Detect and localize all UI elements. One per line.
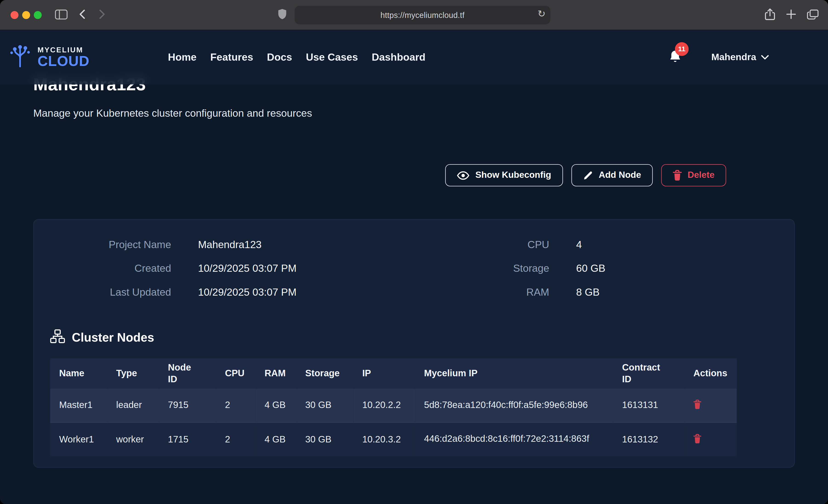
detail-label: Created (50, 262, 171, 275)
chevron-down-icon (761, 53, 769, 61)
nav-item-features[interactable]: Features (210, 51, 253, 64)
sitemap-icon (50, 329, 65, 345)
cell-node-id: 7915 (159, 388, 216, 422)
col-header-actions: Actions (685, 359, 737, 388)
plus-icon (786, 13, 796, 20)
col-header-storage: Storage (296, 359, 353, 388)
table-row: Worker1 worker 1715 2 4 GB 30 GB 10.20.3… (50, 422, 737, 456)
minimize-window-button[interactable] (22, 11, 30, 19)
url-text: https://myceliumcloud.tf (380, 10, 465, 19)
new-tab-button[interactable] (786, 9, 796, 20)
cluster-details-card: Project Name Mahendra123 Created 10/29/2… (33, 219, 795, 468)
detail-value: 4 (576, 239, 582, 251)
mycelium-logo-icon (7, 44, 33, 70)
tab-overview-button[interactable] (807, 9, 819, 21)
cell-storage: 30 GB (296, 388, 353, 422)
detail-row-created: Created 10/29/2025 03:07 PM (50, 257, 414, 280)
delete-label: Delete (688, 170, 714, 180)
detail-value: 8 GB (576, 286, 599, 298)
detail-label: Last Updated (50, 286, 171, 298)
table-header-row: Name Type Node ID CPU RAM Storage IP Myc… (50, 359, 737, 388)
back-icon (79, 9, 85, 20)
detail-value: 10/29/2025 03:07 PM (198, 262, 297, 275)
forward-icon (99, 9, 105, 20)
cell-contract-id: 1613132 (613, 422, 685, 456)
logo-text-top: MYCELIUM (37, 46, 89, 53)
col-header-contract-id: Contract ID (613, 359, 685, 388)
nav-right: 11 Mahendra (668, 30, 769, 85)
logo[interactable]: MYCELIUM CLOUD (7, 44, 89, 70)
cell-mycelium-ip: 446:d2a6:8bcd:8c16:ff0f:72e2:3114:863f (415, 422, 613, 456)
sidebar-toggle-button[interactable] (55, 0, 68, 30)
cell-cpu: 2 (216, 388, 255, 422)
share-icon (765, 14, 775, 22)
table-row: Master1 leader 7915 2 4 GB 30 GB 10.20.2… (50, 388, 737, 422)
cell-mycelium-ip: 5d8:78ea:a120:f40c:ff0f:a5fe:99e6:8b96 (415, 388, 613, 422)
share-button[interactable] (765, 8, 775, 22)
trash-icon (693, 400, 701, 411)
col-header-cpu: CPU (216, 359, 255, 388)
detail-row-last-updated: Last Updated 10/29/2025 03:07 PM (50, 280, 414, 304)
detail-row-storage: Storage 60 GB (414, 257, 778, 280)
tabs-icon (807, 13, 819, 21)
page-subtitle: Manage your Kubernetes cluster configura… (33, 107, 795, 119)
main-content: Mahendra123 Manage your Kubernetes clust… (0, 30, 828, 468)
cell-ip: 10.20.3.2 (353, 422, 415, 456)
cluster-nodes-table: Name Type Node ID CPU RAM Storage IP Myc… (50, 359, 737, 456)
cell-name: Master1 (50, 388, 107, 422)
notification-badge: 11 (675, 42, 689, 56)
user-menu[interactable]: Mahendra (711, 52, 769, 63)
notifications-button[interactable]: 11 (668, 49, 681, 65)
detail-row-project-name: Project Name Mahendra123 (50, 233, 414, 256)
cell-type: worker (107, 422, 159, 456)
privacy-shield-icon[interactable] (278, 8, 287, 22)
cell-name: Worker1 (50, 422, 107, 456)
browser-window: https://myceliumcloud.tf ↻ (0, 0, 828, 504)
add-node-button[interactable]: Add Node (571, 164, 653, 186)
trash-icon (693, 434, 701, 445)
col-header-ram: RAM (255, 359, 296, 388)
cell-cpu: 2 (216, 422, 255, 456)
nav-item-use-cases[interactable]: Use Cases (306, 51, 358, 64)
top-navbar: MYCELIUM CLOUD Home Features Docs Use Ca… (0, 30, 828, 85)
logo-text-bottom: CLOUD (37, 54, 89, 69)
detail-row-cpu: CPU 4 (414, 233, 778, 256)
detail-value: 10/29/2025 03:07 PM (198, 286, 297, 298)
eye-icon (457, 171, 469, 180)
address-bar[interactable]: https://myceliumcloud.tf ↻ (295, 6, 550, 24)
zoom-window-button[interactable] (34, 11, 42, 19)
cell-actions (685, 388, 737, 422)
col-header-name: Name (50, 359, 107, 388)
back-button[interactable] (79, 0, 85, 30)
show-kubeconfig-button[interactable]: Show Kubeconfig (445, 164, 563, 186)
cell-type: leader (107, 388, 159, 422)
nav-item-home[interactable]: Home (168, 51, 197, 64)
nav-item-dashboard[interactable]: Dashboard (372, 51, 425, 64)
col-header-mycelium-ip: Mycelium IP (415, 359, 613, 388)
reload-button[interactable]: ↻ (538, 8, 546, 19)
cell-actions (685, 422, 737, 456)
col-header-node-id: Node ID (159, 359, 216, 388)
detail-value: Mahendra123 (198, 239, 262, 251)
detail-value: 60 GB (576, 262, 605, 275)
detail-label: RAM (414, 286, 549, 298)
cell-storage: 30 GB (296, 422, 353, 456)
nav-links: Home Features Docs Use Cases Dashboard (168, 30, 426, 85)
detail-label: CPU (414, 239, 549, 251)
forward-button[interactable] (99, 0, 105, 30)
user-name: Mahendra (711, 52, 756, 63)
browser-toolbar: https://myceliumcloud.tf ↻ (0, 0, 828, 30)
cell-ram: 4 GB (255, 422, 296, 456)
page: Mahendra123 Manage your Kubernetes clust… (0, 30, 828, 504)
delete-cluster-button[interactable]: Delete (661, 164, 726, 186)
delete-node-button[interactable] (693, 434, 701, 445)
cluster-details: Project Name Mahendra123 Created 10/29/2… (50, 233, 778, 304)
col-header-type: Type (107, 359, 159, 388)
add-node-label: Add Node (598, 170, 641, 180)
close-window-button[interactable] (10, 11, 18, 19)
nav-item-docs[interactable]: Docs (267, 51, 292, 64)
cluster-actions: Show Kubeconfig Add Node Delete (33, 164, 795, 186)
traffic-lights (10, 11, 42, 19)
cluster-nodes-heading: Cluster Nodes (50, 329, 778, 345)
delete-node-button[interactable] (693, 400, 701, 411)
